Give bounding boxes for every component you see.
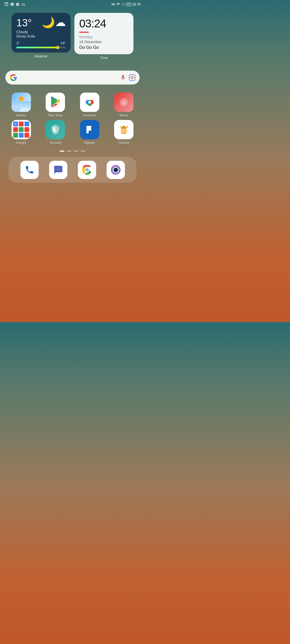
weather-icon: 🌙☁ — [42, 16, 66, 29]
page-indicators — [0, 147, 145, 154]
weather-label: Weather — [12, 54, 71, 58]
gallery-hills-svg — [12, 101, 31, 112]
camera-icon — [111, 165, 121, 175]
security-logo — [50, 124, 60, 135]
assistant-icon — [80, 93, 99, 112]
dock-item-messages[interactable] — [49, 161, 67, 179]
app-grid: Gallery Play Store Assistant — [0, 87, 145, 147]
svg-rect-17 — [86, 126, 91, 129]
time-label: Time — [74, 56, 133, 60]
svg-rect-18 — [86, 129, 91, 131]
page-dot-2[interactable] — [67, 151, 71, 152]
weather-condition: Cloudy — [16, 30, 66, 34]
weather-bar — [16, 47, 66, 48]
music-icon: ♪ — [114, 93, 133, 112]
status-bar: ۲۵ 4G VO 99 — [0, 0, 145, 8]
google-search-bar[interactable] — [5, 71, 140, 85]
assistant-label: Assistant — [83, 114, 96, 117]
cleaner-icon: ✦ ✦ ✦ — [114, 120, 133, 139]
playstore-logo — [50, 97, 61, 108]
weather-temp-min: 2° — [16, 41, 20, 45]
dock-item-phone[interactable] — [20, 161, 39, 179]
svg-point-5 — [19, 108, 31, 112]
gallery-icon — [12, 93, 31, 112]
page-dot-3[interactable] — [74, 151, 78, 152]
app-item-google[interactable]: G Google — [5, 120, 37, 145]
svg-text:✦: ✦ — [127, 131, 129, 133]
weather-location: Deraz Kola — [16, 34, 66, 38]
app-item-play-store[interactable]: Play Store — [40, 93, 71, 117]
time-accent-bar — [79, 32, 89, 33]
phone-dock-icon — [20, 161, 39, 179]
volte-icon: VO — [126, 3, 131, 6]
signal-half-icon — [121, 2, 125, 6]
svg-point-37 — [114, 169, 115, 170]
chrome-dock-icon — [78, 161, 96, 179]
svg-text:✦: ✦ — [126, 126, 128, 128]
dock-item-camera[interactable] — [107, 161, 125, 179]
search-bar-container — [0, 63, 145, 87]
digipay-icon — [80, 120, 99, 139]
phone-icon — [25, 165, 34, 175]
battery-level: 99 — [137, 2, 141, 6]
time-widget[interactable]: 03:24 Monday 16 December Go Go Go Time — [74, 13, 133, 60]
app-item-gallery[interactable]: Gallery — [5, 93, 37, 117]
chrome-icon — [82, 165, 92, 175]
music-logo: ♪ — [118, 97, 129, 108]
playstore-label: Play Store — [48, 114, 63, 117]
time-day: Monday — [79, 35, 129, 39]
dock-item-chrome[interactable] — [78, 161, 96, 179]
time-display: 03:24 — [79, 17, 129, 30]
google-logo — [10, 74, 17, 81]
svg-text:✦: ✦ — [120, 126, 121, 128]
messages-icon — [53, 165, 63, 175]
time-note: Go Go Go — [79, 45, 129, 50]
security-icon — [46, 120, 65, 139]
page-dot-4[interactable] — [81, 151, 85, 152]
google-label: Google — [16, 141, 26, 145]
widgets-row: 13° 🌙☁ Cloudy Deraz Kola 2° 14° Weather … — [0, 8, 145, 63]
weather-widget[interactable]: 13° 🌙☁ Cloudy Deraz Kola 2° 14° Weather — [12, 13, 71, 60]
network-type: 4G — [111, 3, 115, 6]
app-item-security[interactable]: Security — [40, 120, 71, 145]
app-item-assistant[interactable]: Assistant — [74, 93, 106, 117]
alarm-icon — [4, 2, 9, 6]
digipay-label: Digipay — [84, 141, 95, 145]
svg-rect-20 — [121, 127, 127, 128]
svg-text:♪: ♪ — [122, 99, 125, 106]
notification-icon — [10, 2, 14, 6]
weather-temperature: 13° — [16, 17, 32, 29]
playstore-icon — [46, 93, 65, 112]
camera-dock-icon — [107, 161, 125, 179]
dock — [9, 157, 136, 183]
music-label: Music — [120, 114, 128, 117]
signal-full-icon — [116, 2, 120, 6]
digipay-logo — [84, 124, 96, 136]
svg-point-3 — [131, 76, 133, 79]
status-left-icons: ۲۵ — [4, 2, 25, 6]
dnd-icon — [133, 3, 136, 6]
app-item-digipay[interactable]: Digipay — [74, 120, 106, 145]
messages-dock-icon — [49, 161, 67, 179]
svg-point-32 — [86, 169, 88, 171]
svg-point-9 — [88, 101, 91, 104]
app-item-cleaner[interactable]: ✦ ✦ ✦ Cleaner — [108, 120, 140, 145]
settings-icon — [16, 2, 20, 6]
lens-icon[interactable] — [129, 74, 135, 81]
weather-temp-max: 14° — [60, 41, 66, 45]
security-label: Security — [50, 141, 61, 145]
cleaner-logo: ✦ ✦ ✦ — [118, 124, 130, 136]
status-number: ۲۵ — [21, 2, 25, 6]
assistant-logo — [84, 96, 96, 108]
google-icon: G — [12, 120, 31, 139]
page-dot-1[interactable] — [60, 151, 64, 152]
svg-rect-21 — [122, 126, 125, 127]
mic-icon[interactable] — [120, 74, 126, 81]
app-item-music[interactable]: ♪ Music — [108, 93, 140, 117]
gallery-label: Gallery — [16, 114, 26, 117]
cleaner-label: Cleaner — [118, 141, 129, 145]
time-date: 16 December — [79, 40, 129, 44]
status-right-icons: 4G VO 99 — [111, 2, 141, 6]
